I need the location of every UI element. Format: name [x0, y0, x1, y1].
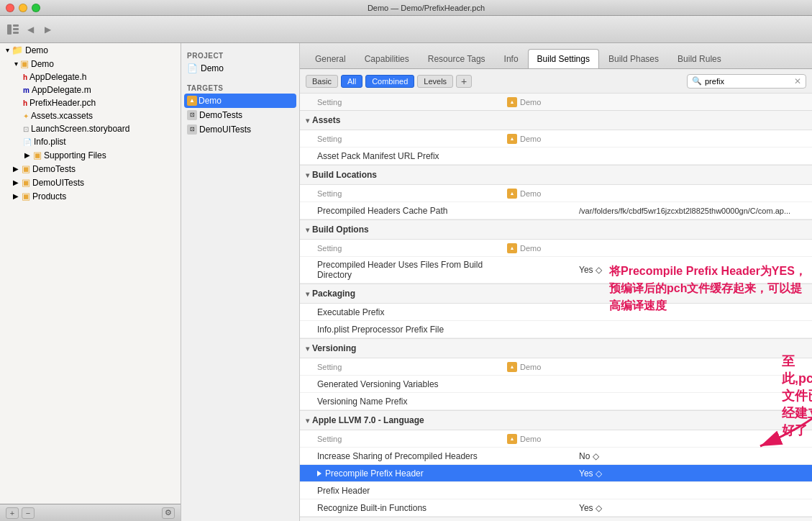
section-arrow-packaging: ▾ — [306, 290, 309, 298]
disclosure-arrow: ▶ — [12, 165, 20, 173]
row-label-increase-sharing: Increase Sharing of Precompiled Headers — [306, 451, 507, 461]
row-demo-bl: ▲ Demo — [507, 189, 579, 199]
sidebar-toggle-icon[interactable] — [6, 22, 20, 37]
options-button[interactable]: ⚙ — [162, 507, 175, 519]
row-demo-assets: ▲ Demo — [507, 134, 579, 144]
sidebar-item-demotests[interactable]: ▶ ▣ DemoTests — [0, 162, 181, 176]
settings-row-asset-pack[interactable]: Asset Pack Manifest URL Prefix — [300, 148, 812, 165]
settings-header-row: Setting ▲ Demo — [300, 94, 812, 111]
filter-levels-button[interactable]: Levels — [417, 75, 453, 88]
folder-icon: ▣ — [20, 58, 29, 69]
toolbar: ◀ ▶ — [0, 16, 812, 43]
row-label-setting: Setting — [306, 135, 507, 143]
tab-build-phases[interactable]: Build Phases — [599, 49, 668, 68]
sidebar-item-supporting-files[interactable]: ▶ ▣ Supporting Files — [0, 148, 181, 162]
settings-row-recognize-builtin[interactable]: Recognize Built-in Functions Yes ◇ — [300, 499, 812, 517]
row-label-pch-cache: Precompiled Headers Cache Path — [306, 206, 507, 216]
bl-target-badge: ▲ — [507, 189, 517, 199]
tab-build-settings[interactable]: Build Settings — [528, 49, 599, 68]
row-triangle-white — [317, 471, 321, 476]
nav-back-icon[interactable]: ◀ — [23, 22, 37, 37]
sidebar-item-storyboard[interactable]: ⊡ LaunchScreen.storyboard — [0, 122, 181, 135]
close-button[interactable] — [6, 4, 14, 12]
col-header-demo: ▲ Demo — [507, 97, 579, 107]
settings-section-llvm-language: ▾ Apple LLVM 7.0 - Language Setting ▲ De… — [300, 411, 812, 517]
tab-info[interactable]: Info — [495, 49, 528, 68]
sidebar-item-appdelegate-m[interactable]: m AppDelegate.m — [0, 83, 181, 96]
section-header-packaging[interactable]: ▾ Packaging — [300, 284, 812, 304]
window-controls[interactable] — [6, 4, 40, 12]
section-header-versioning[interactable]: ▾ Versioning — [300, 339, 812, 358]
settings-section-build-locations: ▾ Build Locations Setting ▲ Demo — [300, 166, 812, 220]
settings-row-bo-header: Setting ▲ Demo — [300, 240, 812, 257]
section-arrow-build-options: ▾ — [306, 226, 309, 234]
settings-row-executable-prefix[interactable]: Executable Prefix — [300, 304, 812, 321]
target-item-demo[interactable]: ▲ Demo — [184, 94, 296, 108]
disclosure-arrow: ▶ — [23, 151, 32, 159]
row-value-recognize-builtin: Yes ◇ — [579, 503, 806, 513]
row-label-executable-prefix: Executable Prefix — [306, 307, 507, 317]
filter-combined-button[interactable]: Combined — [365, 75, 414, 88]
sidebar-item-demouitests[interactable]: ▶ ▣ DemoUITests — [0, 176, 181, 189]
filter-all-button[interactable]: All — [341, 75, 362, 88]
window-title: Demo — Demo/PrefixHeader.pch — [46, 4, 806, 12]
title-bar: Demo — Demo/PrefixHeader.pch — [0, 0, 812, 16]
project-item-demo[interactable]: 📄 Demo — [181, 61, 299, 76]
settings-content: Setting ▲ Demo ▾ Assets — [300, 94, 812, 521]
row-label-precompile-prefix: Precompile Prefix Header — [306, 468, 507, 479]
row-label-infoplist-preprocessor: Info.plist Preprocessor Prefix File — [306, 325, 507, 335]
settings-row-pch-uses-build[interactable]: Precompiled Header Uses Files From Build… — [300, 257, 812, 284]
sidebar-label-infoplist: Info.plist — [34, 137, 66, 147]
settings-row-pch-cache[interactable]: Precompiled Headers Cache Path /var/fold… — [300, 202, 812, 219]
settings-row-increase-sharing[interactable]: Increase Sharing of Precompiled Headers … — [300, 448, 812, 465]
add-setting-button[interactable]: + — [456, 75, 472, 88]
section-header-llvm-preprocessing[interactable]: ▾ Apple LLVM 7.0 - Preprocessing — [300, 517, 812, 521]
section-header-llvm-language[interactable]: ▾ Apple LLVM 7.0 - Language — [300, 411, 812, 430]
search-box[interactable]: 🔍 ✕ — [687, 74, 806, 89]
minimize-button[interactable] — [19, 4, 27, 12]
disclosure-arrow: ▾ — [3, 46, 12, 54]
tab-bar: General Capabilities Resource Tags Info … — [300, 43, 812, 69]
section-header-build-options[interactable]: ▾ Build Options — [300, 220, 812, 240]
clear-search-button[interactable]: ✕ — [794, 76, 801, 86]
sidebar-item-xcassets[interactable]: ✦ Assets.xcassets — [0, 109, 181, 122]
sidebar-item-infoplist[interactable]: 📄 Info.plist — [0, 135, 181, 148]
nav-forward-icon[interactable]: ▶ — [40, 22, 55, 37]
settings-row-precompile-prefix[interactable]: Precompile Prefix Header Yes ◇ — [300, 465, 812, 482]
row-demo-llvm: ▲ Demo — [507, 434, 579, 444]
section-header-assets[interactable]: ▾ Assets — [300, 111, 812, 130]
target-item-demouitests[interactable]: ⊡ DemoUITests — [181, 122, 299, 137]
settings-row-generated-versioning[interactable]: Generated Versioning Variables — [300, 376, 812, 393]
sidebar-item-appdelegate-h[interactable]: h AppDelegate.h — [0, 71, 181, 83]
section-header-build-locations[interactable]: ▾ Build Locations — [300, 166, 812, 185]
section-title-assets: Assets — [312, 115, 340, 125]
v-target-badge: ▲ — [507, 362, 517, 372]
add-file-button[interactable]: + — [6, 507, 19, 519]
filter-basic-button[interactable]: Basic — [306, 75, 338, 88]
sidebar-item-demo-root[interactable]: ▾ 📁 Demo — [0, 43, 181, 57]
tab-capabilities[interactable]: Capabilities — [355, 49, 419, 68]
maximize-button[interactable] — [32, 4, 40, 12]
tab-resource-tags[interactable]: Resource Tags — [419, 49, 495, 68]
settings-row-prefix-header[interactable]: Prefix Header — [300, 482, 812, 499]
search-input[interactable] — [705, 77, 791, 86]
sidebar-label-storyboard: LaunchScreen.storyboard — [31, 124, 129, 134]
settings-section-packaging: ▾ Packaging Executable Prefix Info.plist… — [300, 284, 812, 339]
sidebar-label-products: Products — [32, 191, 66, 201]
tab-build-rules[interactable]: Build Rules — [668, 49, 731, 68]
target-item-demotests[interactable]: ⊡ DemoTests — [181, 108, 299, 122]
row-label-prefix-header: Prefix Header — [306, 486, 507, 496]
settings-row-versioning-name-prefix[interactable]: Versioning Name Prefix — [300, 393, 812, 410]
settings-row-infoplist-preprocessor[interactable]: Info.plist Preprocessor Prefix File — [300, 321, 812, 338]
tab-general[interactable]: General — [306, 49, 355, 68]
sidebar-item-products[interactable]: ▶ ▣ Products — [0, 189, 181, 203]
project-item-label: Demo — [201, 63, 224, 73]
disclosure-arrow: ▶ — [12, 192, 20, 200]
sidebar-item-prefixheader[interactable]: h PrefixHeader.pch — [0, 96, 181, 109]
remove-file-button[interactable]: − — [22, 507, 35, 519]
sidebar-item-demo-folder[interactable]: ▾ ▣ Demo — [0, 57, 181, 71]
settings-section-llvm-preprocessing: ▾ Apple LLVM 7.0 - Preprocessing Setting… — [300, 517, 812, 521]
sidebar-label-demotests: DemoTests — [32, 164, 76, 174]
row-demo-v: ▲ Demo — [507, 362, 579, 372]
assets-target-badge: ▲ — [507, 134, 517, 144]
